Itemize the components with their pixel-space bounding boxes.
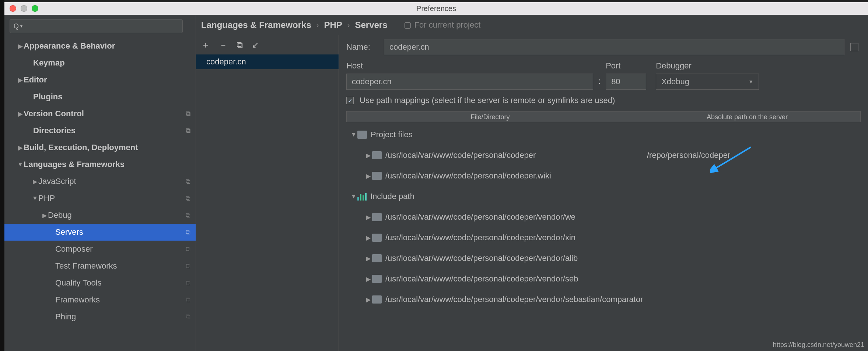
expand-arrow-icon: ▶ — [365, 173, 372, 180]
window-title: Preferences — [416, 4, 456, 13]
minimize-window-button[interactable] — [21, 5, 27, 12]
project-scope-icon: ⧉ — [186, 212, 190, 219]
sidebar-item-editor[interactable]: ▶Editor — [4, 71, 196, 88]
servers-list-panel: ＋ － ⧉ ↙ codeper.cn — [196, 35, 339, 351]
expand-arrow-icon: ▼ — [350, 193, 357, 200]
sidebar-item-label: Composer — [55, 244, 186, 254]
expand-arrow-icon: ▶ — [41, 212, 48, 219]
project-scope-icon: ⧉ — [186, 110, 190, 118]
background-gutter — [0, 0, 4, 351]
crumb-langfw[interactable]: Languages & Frameworks — [201, 20, 311, 30]
path-label: /usr/local/var/www/code/personal/codeper… — [385, 212, 647, 222]
server-list-item[interactable]: codeper.cn — [196, 54, 339, 69]
close-window-button[interactable] — [10, 5, 16, 12]
sidebar-item-label: Quality Tools — [55, 278, 186, 288]
sidebar-item-version-control[interactable]: ▶Version Control⧉ — [4, 105, 196, 122]
body: Q▾ ▶Appearance & BehaviorKeymap▶EditorPl… — [4, 15, 868, 351]
sidebar-item-languages-frameworks[interactable]: ▼Languages & Frameworks — [4, 156, 196, 173]
debugger-select[interactable]: Xdebug ▼ — [656, 74, 759, 90]
sidebar-item-frameworks[interactable]: Frameworks⧉ — [4, 291, 196, 308]
watermark: https://blog.csdn.net/youwen21 — [773, 341, 864, 349]
scope-label: For current project — [414, 20, 481, 30]
crumb-php[interactable]: PHP — [324, 20, 342, 30]
folder-icon — [357, 131, 367, 139]
host-input[interactable] — [346, 74, 593, 90]
colon: : — [593, 77, 606, 90]
sidebar-item-servers[interactable]: Servers⧉ — [4, 224, 196, 241]
project-files-node[interactable]: ▼Project files — [346, 124, 861, 145]
include-row[interactable]: ▶/usr/local/var/www/code/personal/codepe… — [346, 269, 861, 289]
copy-server-button[interactable]: ⧉ — [237, 40, 243, 50]
search-input[interactable]: Q▾ — [10, 19, 183, 33]
search-wrap: Q▾ — [4, 15, 196, 36]
sidebar-item-php[interactable]: ▼PHP⧉ — [4, 190, 196, 207]
sidebar-item-composer[interactable]: Composer⧉ — [4, 241, 196, 258]
import-server-button[interactable]: ↙ — [252, 40, 259, 50]
expand-arrow-icon: ▶ — [365, 296, 372, 303]
sidebar-item-quality-tools[interactable]: Quality Tools⧉ — [4, 274, 196, 291]
expand-arrow-icon: ▶ — [17, 144, 24, 151]
sidebar-item-test-frameworks[interactable]: Test Frameworks⧉ — [4, 258, 196, 274]
sidebar-item-label: Phing — [55, 312, 186, 322]
project-scope-icon: ⧉ — [186, 313, 190, 321]
sidebar-item-keymap[interactable]: Keymap — [4, 54, 196, 71]
include-row[interactable]: ▶/usr/local/var/www/code/personal/codepe… — [346, 227, 861, 248]
path-row[interactable]: ▶/usr/local/var/www/code/personal/codepe… — [346, 145, 861, 166]
sidebar-item-label: Directories — [33, 126, 186, 135]
remove-server-button[interactable]: － — [219, 39, 228, 51]
scope-hint: ▢ For current project — [404, 20, 481, 30]
include-row[interactable]: ▶/usr/local/var/www/code/personal/codepe… — [346, 289, 861, 310]
expand-arrow-icon: ▼ — [32, 195, 38, 202]
sidebar-item-label: Build, Execution, Deployment — [24, 143, 196, 152]
path-label: /usr/local/var/www/code/personal/codeper… — [385, 233, 647, 242]
sidebar-item-label: Appearance & Behavior — [24, 41, 196, 51]
sidebar-item-label: JavaScript — [38, 177, 186, 186]
project-scope-icon: ⧉ — [186, 262, 190, 270]
path-label: /usr/local/var/www/code/personal/codeper… — [385, 253, 647, 263]
sidebar-item-label: Test Frameworks — [55, 261, 186, 271]
expand-arrow-icon: ▶ — [365, 152, 372, 159]
name-row: Name: — [346, 39, 861, 55]
name-label: Name: — [346, 42, 378, 52]
include-path-icon — [357, 192, 367, 201]
sidebar-item-label: Servers — [55, 227, 186, 237]
chevron-right-icon: › — [347, 21, 350, 29]
use-path-row: ✓ Use path mappings (select if the serve… — [346, 96, 861, 105]
absolute-path-value[interactable]: /repo/personal/codeper — [647, 150, 730, 160]
project-scope-icon: ⧉ — [186, 296, 190, 304]
sidebar-item-javascript[interactable]: ▶JavaScript⧉ — [4, 173, 196, 190]
chevron-down-icon: ▼ — [748, 79, 753, 85]
path-row[interactable]: ▶/usr/local/var/www/code/personal/codepe… — [346, 166, 861, 186]
content-area: Languages & Frameworks › PHP › Servers ▢… — [196, 15, 868, 351]
include-row[interactable]: ▶/usr/local/var/www/code/personal/codepe… — [346, 248, 861, 269]
servers-list: codeper.cn — [196, 54, 339, 351]
project-scope-icon: ⧉ — [186, 228, 190, 236]
server-form-panel: Name: Host : Port — [339, 35, 868, 351]
zoom-window-button[interactable] — [32, 5, 38, 12]
sidebar-item-label: Frameworks — [55, 295, 186, 305]
path-columns-header: File/Directory Absolute path on the serv… — [346, 111, 861, 122]
include-path-node[interactable]: ▼Include path — [346, 186, 861, 207]
sidebar-item-plugins[interactable]: Plugins — [4, 88, 196, 105]
sidebar-item-directories[interactable]: Directories⧉ — [4, 122, 196, 139]
folder-icon — [372, 172, 382, 180]
name-input[interactable] — [384, 39, 844, 55]
use-path-mappings-checkbox[interactable]: ✓ — [346, 97, 354, 104]
port-input[interactable] — [606, 74, 646, 90]
shared-checkbox[interactable] — [850, 43, 858, 51]
sidebar-item-appearance-behavior[interactable]: ▶Appearance & Behavior — [4, 38, 196, 54]
path-label: /usr/local/var/www/code/personal/codeper — [385, 150, 647, 160]
sidebar-item-phing[interactable]: Phing⧉ — [4, 308, 196, 325]
add-server-button[interactable]: ＋ — [201, 39, 210, 51]
project-scope-icon: ▢ — [404, 20, 412, 30]
project-scope-icon: ⧉ — [186, 195, 190, 202]
path-label: /usr/local/var/www/code/personal/codeper… — [385, 274, 647, 284]
expand-arrow-icon: ▶ — [365, 234, 372, 241]
path-mappings-tree: ▼Project files▶/usr/local/var/www/code/p… — [346, 122, 861, 312]
dropdown-icon: ▾ — [20, 24, 22, 29]
include-row[interactable]: ▶/usr/local/var/www/code/personal/codepe… — [346, 207, 861, 227]
server-name: codeper.cn — [206, 57, 246, 67]
sidebar-item-build-execution-deployment[interactable]: ▶Build, Execution, Deployment — [4, 139, 196, 156]
project-scope-icon: ⧉ — [186, 279, 190, 287]
sidebar-item-debug[interactable]: ▶Debug⧉ — [4, 207, 196, 224]
